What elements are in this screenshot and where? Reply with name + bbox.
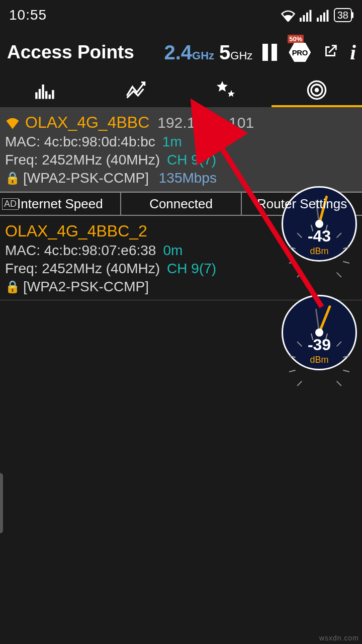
security: [WPA2-PSK-CCMP] (23, 170, 149, 186)
link-rate: 135Mbps (159, 170, 217, 186)
channel: CH 9(7) (167, 152, 216, 168)
wifi-icon (281, 9, 296, 22)
wifi-connected-icon (5, 116, 20, 129)
scroll-handle[interactable] (0, 473, 3, 533)
tab-graph[interactable] (90, 74, 181, 107)
svg-rect-10 (42, 85, 44, 99)
tab-access-points[interactable] (272, 74, 362, 107)
pro-badge[interactable]: 50% PRO (289, 43, 311, 62)
svg-rect-7 (326, 10, 328, 22)
band-selector[interactable]: 2.4GHz 5GHz (164, 41, 252, 64)
ap-item[interactable]: OLAX_4G_4BBC_2 MAC: 4c:bc:98:07:e6:38 0m… (0, 216, 362, 300)
watermark: wsxdn.com (319, 634, 359, 642)
svg-rect-1 (303, 15, 305, 22)
ip-address: 192.168.0.101 (157, 114, 254, 131)
security: [WPA2-PSK-CCMP] (23, 279, 149, 295)
mac-address: 4c:bc:98:0d:4b:bc (44, 134, 155, 149)
signal-icon-2 (317, 9, 330, 22)
ad-bar[interactable]: AD Internet Speed Connected Router Setti… (0, 192, 362, 216)
graph-icon (125, 79, 147, 101)
tab-rating[interactable] (181, 74, 272, 107)
pause-icon[interactable] (262, 44, 278, 61)
ad-internet-speed[interactable]: AD Internet Speed (0, 193, 121, 215)
status-icons: 38 (281, 8, 352, 22)
svg-rect-13 (52, 90, 54, 99)
ssid: OLAX_4G_4BBC_2 (5, 222, 147, 240)
broadcast-icon (306, 79, 328, 101)
title-bar: Access Points 2.4GHz 5GHz 50% PRO i (0, 30, 362, 74)
svg-rect-3 (309, 10, 311, 22)
svg-rect-0 (300, 18, 302, 22)
frequency: 2452MHz (40MHz) (42, 152, 160, 168)
svg-rect-2 (306, 13, 308, 22)
svg-rect-8 (35, 92, 37, 99)
distance: 1m (162, 134, 182, 150)
signal-gauge: -39 dBm (282, 295, 357, 370)
tab-bar (0, 74, 362, 107)
bars-icon (34, 79, 56, 101)
svg-rect-11 (45, 91, 47, 99)
ad-router-settings[interactable]: Router Settings (242, 193, 362, 215)
lock-icon: 🔒 (5, 280, 20, 294)
ad-connected[interactable]: Connected (121, 193, 242, 215)
svg-rect-4 (317, 18, 319, 22)
svg-point-14 (315, 88, 319, 92)
page-title: Access Points (7, 42, 134, 63)
svg-rect-12 (49, 94, 51, 99)
ssid: OLAX_4G_4BBC (25, 113, 149, 132)
share-icon[interactable] (322, 43, 339, 62)
status-bar: 10:55 38 (0, 0, 362, 30)
tab-strength[interactable] (0, 74, 90, 107)
info-icon[interactable]: i (350, 40, 356, 64)
signal-icon (300, 9, 313, 22)
band-2-4[interactable]: 2.4GHz (164, 41, 214, 64)
stars-icon (215, 79, 237, 101)
frequency: 2452MHz (40MHz) (42, 261, 160, 276)
channel: CH 9(7) (167, 261, 216, 277)
svg-rect-9 (39, 89, 41, 99)
distance: 0m (163, 243, 183, 259)
svg-rect-5 (320, 15, 322, 22)
mac-address: 4c:bc:98:07:e6:38 (44, 243, 156, 258)
lock-icon: 🔒 (5, 171, 20, 185)
clock: 10:55 (9, 7, 47, 23)
svg-rect-6 (323, 13, 325, 22)
ap-item-connected[interactable]: OLAX_4G_4BBC 192.168.0.101 MAC: 4c:bc:98… (0, 107, 362, 192)
battery-indicator: 38 (334, 8, 352, 22)
band-5[interactable]: 5GHz (219, 41, 252, 64)
